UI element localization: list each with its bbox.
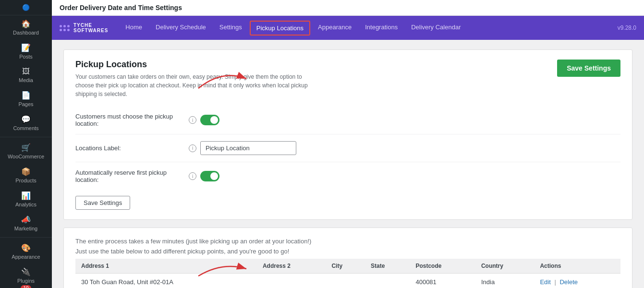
col-country: Country bbox=[475, 259, 534, 274]
form-control-auto-reserve: i bbox=[189, 171, 219, 181]
save-settings-top-button[interactable]: Save Settings bbox=[557, 60, 620, 77]
col-postcode: Postcode bbox=[410, 259, 475, 274]
section-header: Pickup Locations Your customers can take… bbox=[75, 60, 620, 98]
delete-action[interactable]: Delete bbox=[559, 278, 578, 286]
sidebar-label-posts: Posts bbox=[19, 54, 33, 60]
nav-item-delivery-schedule[interactable]: Delivery Schedule bbox=[150, 21, 212, 36]
wp-logo: 🔵 bbox=[22, 4, 30, 11]
action-separator: | bbox=[554, 278, 556, 286]
plugins-icon: 🔌 bbox=[21, 267, 31, 276]
sidebar-item-media[interactable]: 🖼 Media bbox=[0, 63, 52, 87]
nav-items: Home Delivery Schedule Settings Pickup L… bbox=[120, 21, 617, 36]
sidebar-label-analytics: Analytics bbox=[15, 202, 36, 207]
sidebar-item-analytics[interactable]: 📊 Analytics bbox=[0, 187, 52, 211]
section-info: Pickup Locations Your customers can take… bbox=[75, 60, 316, 98]
analytics-icon: 📊 bbox=[21, 191, 31, 200]
plugin-version: v9.28.0 bbox=[618, 24, 636, 31]
logo-dots bbox=[60, 25, 70, 31]
sidebar-item-posts[interactable]: 📝 Posts bbox=[0, 39, 52, 63]
col-address1: Address 1 bbox=[75, 259, 257, 274]
sidebar-item-dashboard[interactable]: 🏠 Dashboard bbox=[0, 15, 52, 39]
woocommerce-icon: 🛒 bbox=[21, 143, 31, 152]
cell-address1: 30 Toh Guan Road, Unit #02-01A bbox=[75, 274, 257, 288]
col-address2: Address 2 bbox=[257, 259, 326, 274]
info-text-2: Just use the table below to add differen… bbox=[75, 248, 620, 255]
settings-card: Pickup Locations Your customers can take… bbox=[63, 49, 632, 220]
plugin-logo: TYCHE SOFTWARES bbox=[60, 23, 108, 33]
sidebar-item-woocommerce[interactable]: 🛒 WooCommerce bbox=[0, 139, 52, 163]
sidebar-item-pages[interactable]: 📄 Pages bbox=[0, 87, 52, 111]
logo-dot-6 bbox=[67, 29, 70, 31]
dashboard-icon: 🏠 bbox=[21, 19, 31, 28]
comments-icon: 💬 bbox=[21, 115, 31, 124]
field-label-customers-choose: Customers must choose the pickup locatio… bbox=[75, 113, 181, 127]
page-title: Order Delivery Date and Time Settings bbox=[60, 4, 182, 12]
form-row-auto-reserve: Automatically reserve first pickup locat… bbox=[75, 162, 620, 190]
field-label-locations-label: Locations Label: bbox=[75, 144, 181, 152]
content-area: Pickup Locations Your customers can take… bbox=[52, 40, 644, 288]
sidebar-logo: 🔵 bbox=[0, 0, 52, 15]
sidebar: 🔵 🏠 Dashboard 📝 Posts 🖼 Media 📄 Pages 💬 … bbox=[0, 0, 52, 288]
pages-icon: 📄 bbox=[21, 91, 31, 100]
sidebar-label-media: Media bbox=[19, 77, 33, 83]
sidebar-item-appearance[interactable]: 🎨 Appearance bbox=[0, 240, 52, 264]
cell-postcode: 400081 bbox=[410, 274, 475, 288]
cell-address2 bbox=[257, 274, 326, 288]
sidebar-item-plugins[interactable]: 🔌 Plugins 10 bbox=[0, 264, 52, 288]
locations-table: Address 1 Address 2 City State Postcode … bbox=[75, 259, 620, 288]
logo-dot-4 bbox=[60, 29, 62, 31]
marketing-icon: 📣 bbox=[21, 215, 31, 224]
section-title: Pickup Locations bbox=[75, 60, 316, 70]
sidebar-item-marketing[interactable]: 📣 Marketing bbox=[0, 211, 52, 235]
table-header-row: Address 1 Address 2 City State Postcode … bbox=[75, 259, 620, 274]
sidebar-label-pages: Pages bbox=[18, 101, 33, 107]
nav-item-delivery-calendar[interactable]: Delivery Calendar bbox=[405, 21, 466, 36]
logo-dot-2 bbox=[63, 25, 66, 27]
form-fields: Customers must choose the pickup locatio… bbox=[75, 106, 620, 190]
nav-item-pickup-locations[interactable]: Pickup Locations bbox=[250, 21, 310, 36]
plugin-nav: TYCHE SOFTWARES Home Delivery Schedule S… bbox=[52, 16, 644, 40]
col-state: State bbox=[365, 259, 410, 274]
posts-icon: 📝 bbox=[21, 43, 31, 52]
logo-dot-5 bbox=[63, 29, 66, 31]
toggle-slider-customers-choose bbox=[200, 115, 219, 125]
save-settings-inline-button[interactable]: Save Settings bbox=[75, 196, 130, 210]
sidebar-item-comments[interactable]: 💬 Comments bbox=[0, 111, 52, 135]
nav-item-integrations[interactable]: Integrations bbox=[359, 21, 403, 36]
logo-dot-3 bbox=[67, 25, 70, 27]
plugin-logo-text: TYCHE SOFTWARES bbox=[73, 23, 108, 33]
main-area: Order Delivery Date and Time Settings TY… bbox=[52, 0, 644, 288]
col-city: City bbox=[326, 259, 365, 274]
form-row-locations-label: Locations Label: i bbox=[75, 134, 620, 162]
locations-table-card: The entire process takes a few minutes (… bbox=[63, 228, 632, 288]
nav-item-settings[interactable]: Settings bbox=[214, 21, 248, 36]
nav-item-appearance[interactable]: Appearance bbox=[312, 21, 357, 36]
toggle-slider-auto-reserve bbox=[200, 171, 219, 181]
form-control-customers-choose: i bbox=[189, 115, 219, 125]
info-icon-locations-label[interactable]: i bbox=[189, 144, 196, 152]
cell-state bbox=[365, 274, 410, 288]
field-label-auto-reserve: Automatically reserve first pickup locat… bbox=[75, 169, 181, 183]
nav-item-home[interactable]: Home bbox=[120, 21, 148, 36]
cell-city bbox=[326, 274, 365, 288]
toggle-auto-reserve[interactable] bbox=[200, 171, 219, 181]
locations-label-input[interactable] bbox=[200, 141, 296, 155]
toggle-customers-choose[interactable] bbox=[200, 115, 219, 125]
sidebar-label-plugins: Plugins bbox=[17, 278, 35, 284]
sidebar-label-woocommerce: WooCommerce bbox=[8, 154, 44, 159]
info-icon-customers-choose[interactable]: i bbox=[189, 116, 196, 124]
products-icon: 📦 bbox=[21, 167, 31, 176]
sidebar-item-products[interactable]: 📦 Products bbox=[0, 163, 52, 187]
table-row: 30 Toh Guan Road, Unit #02-01A 400081 In… bbox=[75, 274, 620, 288]
section-desc: Your customers can take orders on their … bbox=[75, 72, 316, 98]
topbar: Order Delivery Date and Time Settings bbox=[52, 0, 644, 16]
form-row-customers-choose: Customers must choose the pickup locatio… bbox=[75, 106, 620, 134]
form-control-locations-label: i bbox=[189, 141, 296, 155]
sidebar-label-appearance: Appearance bbox=[12, 254, 40, 260]
sidebar-label-comments: Comments bbox=[13, 125, 38, 131]
sidebar-label-dashboard: Dashboard bbox=[13, 30, 39, 36]
info-icon-auto-reserve[interactable]: i bbox=[189, 172, 196, 180]
appearance-icon: 🎨 bbox=[21, 243, 31, 252]
sidebar-label-products: Products bbox=[15, 178, 36, 183]
edit-action[interactable]: Edit bbox=[540, 278, 550, 286]
